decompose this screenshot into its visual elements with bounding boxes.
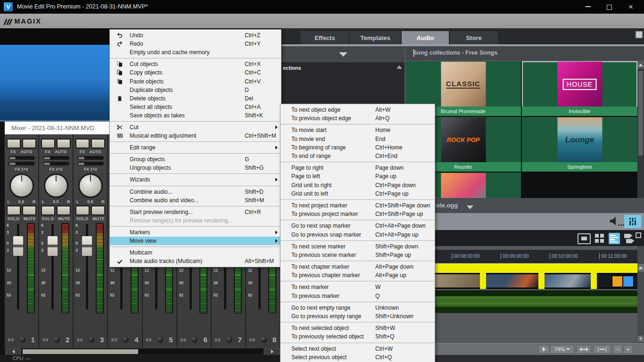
pan-knob[interactable] [78,173,103,198]
collapse-tree-header[interactable] [281,46,405,62]
single-view-icon[interactable] [578,233,591,244]
fader-track[interactable] [17,224,19,310]
menu-item-page-to-left[interactable]: Page to leftPage up [281,172,435,181]
fx-send-slider[interactable] [43,162,69,165]
auto-button[interactable] [91,139,105,148]
menu-item-group-objects[interactable]: Group objectsG [110,155,281,164]
fader-track[interactable] [51,224,54,310]
menu-item-redo[interactable]: RedoCtrl+Y [110,40,281,48]
fx-send-slider[interactable] [77,162,104,165]
mute-button[interactable] [91,206,105,215]
fx-button[interactable] [41,139,55,148]
menu-item-cut-objects[interactable]: Cut objectsCtrl+X [110,60,281,68]
menu-item-to-next-project-marker[interactable]: To next project markerCtrl+Shift+Page do… [281,201,435,210]
menu-item-to-movie-start[interactable]: To movie startHome [281,126,435,134]
menu-item-edit-range[interactable]: Edit range [110,143,281,152]
menu-item-cut[interactable]: Cut [110,123,281,132]
fader-handle[interactable] [82,236,92,256]
menu-item-to-previously-selected-object[interactable]: To previously selected objectShift+Q [281,332,435,341]
menu-item-move-view[interactable]: Move view [110,237,281,245]
mute-button[interactable] [57,206,71,215]
menu-item-mute-audio-tracks-multicam[interactable]: Mute audio tracks (Multicam)Alt+Shift+M [110,257,281,265]
undock-panel-icon[interactable] [636,31,643,38]
mini-undock-icon[interactable] [636,232,641,238]
menu-item-go-to-next-snap-marker[interactable]: Go to next snap markerCtrl+Alt+Page down [281,222,435,230]
video-clip-thumb[interactable] [545,274,591,288]
menu-item-to-beginning-of-range[interactable]: To beginning of rangeCtrl+Home [281,143,435,152]
menu-item-page-to-right[interactable]: Page to rightPage down [281,164,435,172]
video-clip-thumb[interactable] [597,274,637,288]
minimize-button[interactable] [578,0,598,13]
tiles-scrollbar[interactable] [637,61,644,198]
menu-item-to-next-object-edge[interactable]: To next object edgeAlt+W [281,106,435,114]
menu-item-select-next-object[interactable]: Select next objectCtrl+W [281,345,435,353]
menu-item-go-to-previous-empty-range[interactable]: Go to previous empty rangeShift+Unknown [281,312,435,321]
menu-item-combine-audio[interactable]: Combine audio...Shift+D [110,188,281,196]
zoom-level-dropdown[interactable]: 74% [550,345,574,354]
tiles-scrollbar-thumb[interactable] [638,71,643,156]
menu-item-duplicate-objects[interactable]: Duplicate objectsD [110,86,281,94]
menu-item-to-previous-scene-marker[interactable]: To previous scene markerShift+Page up [281,251,435,259]
fader-handle[interactable] [48,236,58,256]
fader-handle[interactable] [13,236,23,256]
speaker-icon[interactable] [609,216,619,228]
mute-button[interactable] [22,206,36,215]
menu-item-grid-unit-to-right[interactable]: Grid unit to rightCtrl+Page down [281,181,435,189]
menu-item-to-previous-object-edge[interactable]: To previous object edgeAlt+Q [281,114,435,123]
solo-button[interactable] [7,206,21,215]
song-tile-invincible[interactable]: HOUSEInvincible [522,61,637,116]
tab-templates[interactable]: Templates [350,31,401,44]
menu-item-to-end-of-range[interactable]: To end of rangeCtrl+End [281,152,435,160]
zoom-in-button[interactable]: + [624,345,633,354]
timeline-scroll-right-button[interactable] [538,345,549,354]
track-zoom-plus-button[interactable]: + [638,336,644,342]
scrollbar-track[interactable] [22,349,263,354]
fader-track[interactable] [86,224,88,310]
menu-item-undo[interactable]: UndoCtrl+Z [110,31,281,40]
menu-item-wizards[interactable]: Wizards [110,175,281,184]
menu-item-copy-objects[interactable]: Copy objectsCtrl+C [110,68,281,77]
fit-to-window-button[interactable] [594,345,611,354]
menu-item-go-to-next-empty-range[interactable]: Go to next empty rangeUnknown [281,304,435,312]
solo-button[interactable] [41,206,55,215]
menu-item-go-to-previous-snap-marker[interactable]: Go to previous snap markerCtrl+Alt+Page … [281,230,435,239]
video-clip-thumb[interactable] [486,274,538,288]
menu-item-markers[interactable]: Markers [110,228,281,237]
scroll-right-button[interactable] [264,348,280,355]
menu-item-select-all-objects[interactable]: Select all objectsCtrl+A [110,103,281,111]
track-scroll-up-button[interactable] [637,264,644,272]
auto-button[interactable] [22,139,36,148]
auto-button[interactable] [57,139,71,148]
grid-view-icon[interactable] [595,234,604,243]
menu-item-grid-unit-to-left[interactable]: Grid unit to leftCtrl+Page up [281,189,435,198]
list-view-icon[interactable] [609,233,620,244]
tab-store[interactable]: Store [450,31,498,44]
fx-send-slider[interactable] [77,156,104,160]
menu-item-to-movie-end[interactable]: To movie endEnd [281,135,435,143]
song-tile-springtime[interactable]: LoungeSpringtime [522,117,637,172]
tree-item-label[interactable]: ections [283,65,301,71]
camera-view-icon[interactable] [624,233,636,244]
tab-effects[interactable]: Effects [301,31,349,44]
menu-item-to-next-marker[interactable]: To next markerW [281,283,435,291]
menu-item-delete-objects[interactable]: Delete objectsDel [110,94,281,103]
menu-item-combine-audio-and-video[interactable]: Combine audio and video...Shift+M [110,196,281,205]
menu-item-to-next-selected-object[interactable]: To next selected objectShift+W [281,324,435,332]
fx-button[interactable] [75,139,90,148]
menu-item-select-previous-object[interactable]: Select previous objectCtrl+Q [281,353,435,362]
fx-send-slider[interactable] [43,156,69,160]
pan-knob[interactable] [44,173,68,198]
menu-item-ungroup-objects[interactable]: Ungroup objectsShift+G [110,164,281,172]
scrollbar-thumb[interactable] [23,349,138,354]
close-button[interactable]: × [620,0,641,13]
menu-item-to-previous-marker[interactable]: To previous markerQ [281,292,435,300]
menu-item-to-next-chapter-marker[interactable]: To next chapter markerAlt+Page down [281,263,435,271]
tiles-scroll-up-button[interactable] [637,61,644,69]
video-clip-thumb[interactable] [434,274,480,288]
menu-item-empty-undo-and-cache-memory[interactable]: Empty undo and cache memory [110,48,281,57]
mixer-scrollbar[interactable] [5,347,281,355]
fx-send-slider[interactable] [8,162,35,165]
open-mixer-button[interactable] [624,215,641,228]
menu-item-save-objects-as-takes[interactable]: Save objects as takesShift+K [110,111,281,120]
zoom-range-button[interactable] [577,345,591,354]
